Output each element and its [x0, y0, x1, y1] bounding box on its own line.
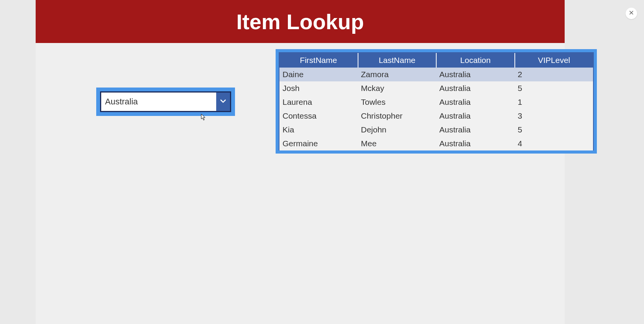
page-title: Item Lookup [237, 9, 364, 34]
table-cell: Germaine [279, 137, 358, 150]
table-cell: Australia [436, 137, 515, 150]
dropdown-inner: Australia [100, 91, 231, 112]
table-cell: Christopher [358, 109, 437, 123]
table-cell: 5 [515, 123, 593, 137]
table-row[interactable]: LaurenaTowlesAustralia1 [279, 95, 593, 109]
table-row[interactable]: ContessaChristopherAustralia3 [279, 109, 593, 123]
column-header-viplevel[interactable]: VIPLevel [515, 53, 593, 68]
table-row[interactable]: DaineZamoraAustralia2 [279, 68, 593, 81]
location-dropdown[interactable]: Australia [96, 88, 235, 116]
table-cell: 3 [515, 109, 593, 123]
header-bar: Item Lookup [36, 0, 565, 43]
table-cell: Zamora [358, 68, 437, 81]
close-button[interactable] [626, 8, 637, 19]
table-header-row: FirstName LastName Location VIPLevel [279, 53, 593, 68]
table-cell: Australia [436, 95, 515, 109]
chevron-down-icon [219, 97, 227, 106]
column-header-lastname[interactable]: LastName [358, 53, 437, 68]
column-header-location[interactable]: Location [436, 53, 515, 68]
table-cell: Australia [436, 81, 515, 95]
table-cell: Australia [436, 123, 515, 137]
table-cell: Towles [358, 95, 437, 109]
table-cell: Australia [436, 109, 515, 123]
table-cell: 2 [515, 68, 593, 81]
table-cell: Kia [279, 123, 358, 137]
close-icon [629, 10, 634, 17]
dropdown-selected-value: Australia [101, 93, 216, 111]
table-row[interactable]: KiaDejohnAustralia5 [279, 123, 593, 137]
results-table-inner: FirstName LastName Location VIPLevel Dai… [279, 52, 594, 150]
table-cell: Australia [436, 68, 515, 81]
app-container: Item Lookup Australia FirstName LastName [36, 0, 565, 324]
table-cell: 4 [515, 137, 593, 150]
table-cell: Mee [358, 137, 437, 150]
table-cell: Contessa [279, 109, 358, 123]
table-cell: Daine [279, 68, 358, 81]
column-header-firstname[interactable]: FirstName [279, 53, 358, 68]
table-cell: 5 [515, 81, 593, 95]
results-table[interactable]: FirstName LastName Location VIPLevel Dai… [279, 53, 593, 150]
table-cell: 1 [515, 95, 593, 109]
table-cell: Dejohn [358, 123, 437, 137]
table-cell: Josh [279, 81, 358, 95]
table-row[interactable]: GermaineMeeAustralia4 [279, 137, 593, 150]
table-row[interactable]: JoshMckayAustralia5 [279, 81, 593, 95]
table-cell: Mckay [358, 81, 437, 95]
dropdown-arrow-button[interactable] [216, 93, 230, 111]
table-cell: Laurena [279, 95, 358, 109]
results-table-wrapper: FirstName LastName Location VIPLevel Dai… [276, 49, 597, 154]
